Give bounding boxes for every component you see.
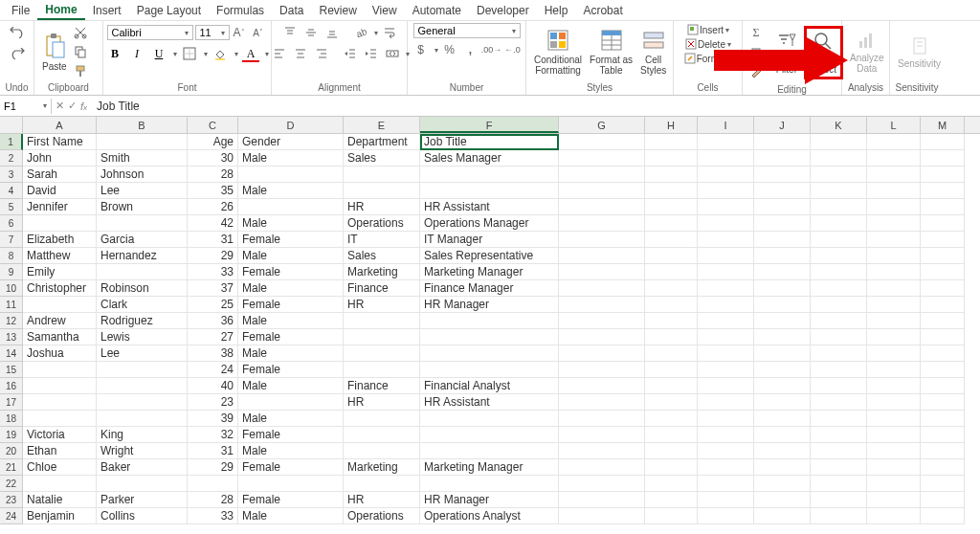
cell-A24[interactable]: Benjamin: [23, 508, 97, 524]
cell-E2[interactable]: Sales: [344, 150, 420, 167]
copy-icon[interactable]: [72, 43, 89, 60]
cell-A13[interactable]: Samantha: [23, 329, 97, 345]
cell-A1[interactable]: First Name: [23, 134, 97, 150]
cell-M17[interactable]: [921, 394, 965, 411]
cancel-formula-icon[interactable]: ✕: [56, 100, 64, 112]
col-header-C[interactable]: C: [188, 117, 238, 133]
cell-L22[interactable]: [867, 476, 921, 492]
cell-I23[interactable]: [698, 492, 754, 508]
cell-B19[interactable]: King: [97, 427, 188, 443]
increase-indent-icon[interactable]: [363, 45, 380, 62]
row-header[interactable]: 3: [0, 167, 23, 183]
cell-B15[interactable]: [97, 362, 188, 378]
cell-E11[interactable]: HR: [344, 297, 420, 313]
cell-I6[interactable]: [698, 215, 754, 232]
cell-I7[interactable]: [698, 232, 754, 248]
cell-L10[interactable]: [867, 280, 921, 297]
cell-J16[interactable]: [754, 378, 811, 394]
cell-L18[interactable]: [867, 411, 921, 427]
cell-I8[interactable]: [698, 248, 754, 264]
align-right-icon[interactable]: [313, 45, 330, 62]
cell-B24[interactable]: Collins: [97, 508, 188, 524]
cell-H9[interactable]: [645, 264, 698, 280]
row-header[interactable]: 22: [0, 476, 23, 492]
decrease-indent-icon[interactable]: [342, 45, 359, 62]
cell-J1[interactable]: [754, 134, 811, 150]
cell-J17[interactable]: [754, 394, 811, 411]
cell-G13[interactable]: [559, 329, 645, 345]
cell-C3[interactable]: 28: [188, 167, 238, 183]
cell-I16[interactable]: [698, 378, 754, 394]
cell-B20[interactable]: Wright: [97, 443, 188, 459]
cell-G14[interactable]: [559, 345, 645, 362]
row-header[interactable]: 4: [0, 183, 23, 199]
col-header-K[interactable]: K: [811, 117, 867, 133]
cell-G15[interactable]: [559, 362, 645, 378]
cell-H3[interactable]: [645, 167, 698, 183]
cell-C8[interactable]: 29: [188, 248, 238, 264]
cut-icon[interactable]: [72, 24, 89, 41]
row-header[interactable]: 15: [0, 362, 23, 378]
cell-I1[interactable]: [698, 134, 754, 150]
cell-J4[interactable]: [754, 183, 811, 199]
cell-L20[interactable]: [867, 443, 921, 459]
cell-F10[interactable]: Finance Manager: [420, 280, 559, 297]
cell-E4[interactable]: [344, 183, 420, 199]
cell-D3[interactable]: [238, 167, 344, 183]
cell-K17[interactable]: [811, 394, 867, 411]
cell-A21[interactable]: Chloe: [23, 459, 97, 476]
cell-J6[interactable]: [754, 215, 811, 232]
cell-C10[interactable]: 37: [188, 280, 238, 297]
cell-L24[interactable]: [867, 508, 921, 524]
decrease-font-icon[interactable]: A˅: [250, 24, 267, 41]
cell-M24[interactable]: [921, 508, 965, 524]
cell-F15[interactable]: [420, 362, 559, 378]
align-middle-icon[interactable]: [302, 24, 320, 41]
cell-I11[interactable]: [698, 297, 754, 313]
menu-formulas[interactable]: Formulas: [209, 2, 272, 19]
cell-M1[interactable]: [921, 134, 965, 150]
cell-B12[interactable]: Rodriguez: [97, 313, 188, 329]
cell-A3[interactable]: Sarah: [23, 167, 97, 183]
cell-G3[interactable]: [559, 167, 645, 183]
cell-M23[interactable]: [921, 492, 965, 508]
col-header-F[interactable]: F: [420, 117, 559, 133]
cell-D20[interactable]: Male: [238, 443, 344, 459]
cell-J24[interactable]: [754, 508, 811, 524]
row-header[interactable]: 11: [0, 297, 23, 313]
cell-F16[interactable]: Financial Analyst: [420, 378, 559, 394]
cell-E23[interactable]: HR: [344, 492, 420, 508]
cell-M18[interactable]: [921, 411, 965, 427]
cell-D22[interactable]: [238, 476, 344, 492]
cell-I20[interactable]: [698, 443, 754, 459]
cell-K1[interactable]: [811, 134, 867, 150]
cell-D6[interactable]: Male: [238, 215, 344, 232]
cell-L4[interactable]: [867, 183, 921, 199]
cell-M7[interactable]: [921, 232, 965, 248]
cell-D11[interactable]: Female: [238, 297, 344, 313]
cell-B1[interactable]: [97, 134, 188, 150]
cell-K10[interactable]: [811, 280, 867, 297]
cell-F24[interactable]: Operations Analyst: [420, 508, 559, 524]
cell-C22[interactable]: [188, 476, 238, 492]
merge-center-icon[interactable]: [384, 45, 401, 62]
cell-G2[interactable]: [559, 150, 645, 167]
row-header[interactable]: 6: [0, 215, 23, 232]
cell-G22[interactable]: [559, 476, 645, 492]
menu-home[interactable]: Home: [37, 1, 84, 20]
formula-input[interactable]: Job Title: [91, 98, 980, 115]
paste-button[interactable]: Paste: [38, 31, 71, 74]
cell-C2[interactable]: 30: [188, 150, 238, 167]
cell-B17[interactable]: [97, 394, 188, 411]
cell-C7[interactable]: 31: [188, 232, 238, 248]
cell-H24[interactable]: [645, 508, 698, 524]
orientation-icon[interactable]: ab: [352, 24, 369, 41]
align-bottom-icon[interactable]: [323, 24, 341, 41]
enter-formula-icon[interactable]: ✓: [68, 100, 77, 112]
cell-H4[interactable]: [645, 183, 698, 199]
cell-M19[interactable]: [921, 427, 965, 443]
cell-E18[interactable]: [344, 411, 420, 427]
cell-F7[interactable]: IT Manager: [420, 232, 559, 248]
number-format-select[interactable]: General▾: [413, 23, 521, 38]
cell-E22[interactable]: [344, 476, 420, 492]
